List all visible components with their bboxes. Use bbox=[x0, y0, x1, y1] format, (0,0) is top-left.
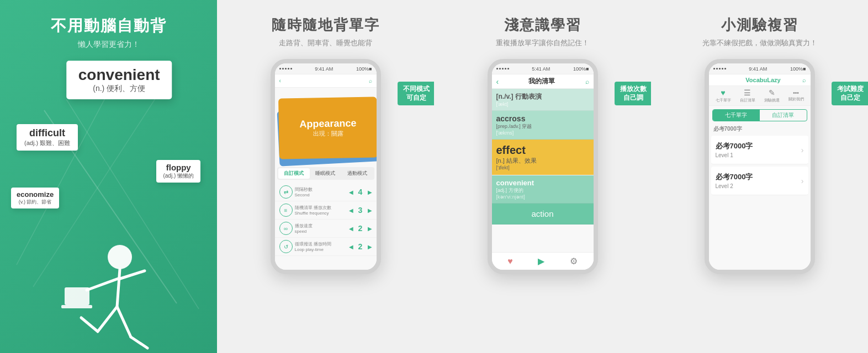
phone-2: 9:41 AM 100%■ ‹ ⌕ Baseline 基礎：近難 Ap bbox=[271, 59, 381, 274]
ctrl-dec-4[interactable]: ◀ bbox=[349, 244, 353, 250]
panel-1-title: 不用動腦自動背 bbox=[51, 15, 167, 36]
ctrl-icon-4: ↺ bbox=[279, 240, 293, 253]
ctrl-row-4: ↺ 循環撥送 播放時間 Loop play-time ◀ 2 ▶ bbox=[275, 238, 377, 256]
back-icon[interactable]: ‹ bbox=[279, 78, 281, 84]
phone-3-statusbar: 5:41 AM 100%■ bbox=[492, 63, 594, 74]
ctrl-dec-1[interactable]: ◀ bbox=[349, 189, 353, 195]
search-icon-p4[interactable]: ⌕ bbox=[802, 77, 806, 83]
ctrl-num-1: ◀ 4 ▶ bbox=[349, 188, 372, 196]
ctrl-row-2: ≡ 隨機清單 播放次數 Shuffle frequency ◀ 3 ▶ bbox=[275, 201, 377, 220]
seg-tabs: 七千單字 自訂清單 bbox=[712, 109, 807, 121]
mode-tabs: 自訂模式 睡眠模式 過動模式 bbox=[277, 167, 374, 180]
section-label: 必考7000字 bbox=[709, 124, 811, 135]
panel-2-subtitle: 走路背、開車背、睡覺也能背 bbox=[279, 38, 372, 48]
nav-test[interactable]: ✎ 測驗挑選 bbox=[764, 88, 780, 103]
nav-custom-list[interactable]: ☰ 自訂清單 bbox=[740, 88, 755, 103]
tab-custom[interactable]: 自訂模式 bbox=[278, 168, 310, 179]
card-stack: Baseline 基礎：近難 Appearance 出現：關露 bbox=[278, 92, 373, 164]
svg-point-4 bbox=[108, 245, 132, 269]
card-yellow: Appearance 出現：關露 bbox=[278, 97, 377, 159]
list-item-4: convenient [adj.] 方便的 [kən'viːnjənt] bbox=[492, 175, 594, 204]
svg-line-10 bbox=[117, 307, 131, 337]
word-card-floppy: floppy (adj.) 懶懶的 bbox=[156, 160, 200, 183]
heart-icon[interactable]: ♥ bbox=[507, 256, 513, 266]
phone-4: 9:41 AM 100%■ VocabuLazy ⌕ ♥ 七千單字 bbox=[705, 59, 815, 274]
tab-active[interactable]: 過動模式 bbox=[341, 168, 373, 179]
ctrl-icon-3: ∞ bbox=[279, 222, 293, 235]
panel-2-badge: 不同模式 可自定 bbox=[398, 82, 434, 105]
phone-4-nav-icons: ♥ 七千單字 ☰ 自訂清單 ✎ 測驗挑選 ••• 關於我們 bbox=[709, 86, 811, 106]
phone-4-statusbar: 9:41 AM 100%■ bbox=[709, 63, 811, 74]
ctrl-icon-2: ≡ bbox=[279, 204, 293, 217]
phone-4-header: VocabuLazy ⌕ bbox=[709, 74, 811, 86]
panel-3-badge: 播放次數 自己調 bbox=[615, 82, 651, 105]
ctrl-row-1: ⇄ 間隔秒數 Second ◀ 4 ▶ bbox=[275, 183, 377, 201]
panel-2: 隨時隨地背單字 走路背、開車背、睡覺也能背 不同模式 可自定 9:41 AM 1… bbox=[217, 0, 434, 353]
list-item-3: effect [n.] 結果、效果 ['ɪfekt] bbox=[492, 140, 594, 175]
ctrl-dec-2[interactable]: ◀ bbox=[349, 207, 353, 213]
word-en-floppy: floppy bbox=[163, 163, 194, 172]
panel-4: 小測驗複習 光靠不練假把戲，做做測驗真實力！ 考試難度 自己定 9:41 AM … bbox=[651, 0, 868, 353]
panel-1: 不用動腦自動背 懶人學習更省力！ convenient (n.) 便利、方便 d… bbox=[0, 0, 217, 353]
word-zh-difficult: (adj.) 艱難、困難 bbox=[24, 139, 70, 147]
stick-figure bbox=[54, 229, 164, 353]
panel-2-title: 隨時隨地背單字 bbox=[272, 15, 380, 35]
svg-line-9 bbox=[81, 318, 98, 331]
ctrl-num-2: ◀ 3 ▶ bbox=[349, 206, 372, 215]
svg-rect-12 bbox=[65, 287, 89, 305]
seg-tab-seven[interactable]: 七千單字 bbox=[713, 110, 760, 121]
phone-2-nav: ‹ ⌕ bbox=[275, 74, 377, 88]
svg-line-8 bbox=[98, 307, 117, 331]
panel-3: 淺意識學習 重複播放單字讓你自然記住！ 播放次數 自己調 5:41 AM 100… bbox=[434, 0, 651, 353]
svg-rect-13 bbox=[61, 305, 92, 308]
ctrl-inc-1[interactable]: ▶ bbox=[368, 189, 372, 195]
list-item-1: [n./v.] 行動表演 ['ækt] bbox=[492, 89, 594, 111]
chevron-icon-2: › bbox=[801, 176, 804, 185]
phone-3-bottom-bar: ♥ ▶ ⚙ bbox=[492, 252, 594, 270]
phone-3-header: ‹ 我的清單 ⌕ bbox=[492, 74, 594, 89]
ctrl-num-4: ◀ 2 ▶ bbox=[349, 242, 372, 251]
list-item-5: action bbox=[492, 204, 594, 224]
search-icon-p2[interactable]: ⌕ bbox=[369, 78, 372, 84]
ctrl-dec-3[interactable]: ◀ bbox=[349, 226, 353, 232]
svg-line-7 bbox=[119, 271, 145, 279]
chevron-icon-1: › bbox=[801, 146, 804, 154]
ctrl-row-3: ∞ 播放速度 speed ◀ 2 ▶ bbox=[275, 220, 377, 238]
settings-icon[interactable]: ⚙ bbox=[570, 256, 578, 266]
panel-1-subtitle: 懶人學習更省力！ bbox=[78, 40, 140, 50]
panel-4-title: 小測驗複習 bbox=[721, 15, 798, 35]
word-en-economize: economize bbox=[17, 190, 54, 199]
ctrl-inc-2[interactable]: ▶ bbox=[368, 207, 372, 213]
phone-2-statusbar: 9:41 AM 100%■ bbox=[275, 63, 377, 74]
word-en-convenient: convenient bbox=[78, 66, 160, 84]
panel-4-subtitle: 光靠不練假把戲，做做測驗真實力！ bbox=[702, 38, 817, 48]
list-row-1[interactable]: 必考7000字 Level 1 › bbox=[711, 136, 808, 164]
svg-line-5 bbox=[117, 269, 120, 307]
ctrl-inc-4[interactable]: ▶ bbox=[368, 244, 372, 250]
panel-3-subtitle: 重複播放單字讓你自然記住！ bbox=[496, 38, 589, 48]
ctrl-inc-3[interactable]: ▶ bbox=[368, 226, 372, 232]
word-card-difficult: difficult (adj.) 艱難、困難 bbox=[17, 124, 78, 151]
word-zh-floppy: (adj.) 懶懶的 bbox=[163, 172, 194, 180]
word-zh-economize: (v.) 節約、節省 bbox=[17, 199, 54, 206]
panel-4-badge: 考試難度 自己定 bbox=[832, 82, 868, 105]
list-row-2[interactable]: 必考7000字 Level 2 › bbox=[711, 167, 808, 195]
word-card-convenient: convenient (n.) 便利、方便 bbox=[66, 61, 172, 99]
search-icon-p3[interactable]: ⌕ bbox=[585, 78, 589, 85]
list-item-2: accross [prep./adv.] 穿越 ['ækrns] bbox=[492, 111, 594, 140]
nav-about[interactable]: ••• 關於我們 bbox=[788, 90, 804, 102]
panel-3-title: 淺意識學習 bbox=[504, 15, 581, 35]
word-card-economize: economize (v.) 節約、節省 bbox=[11, 188, 59, 208]
seg-tab-custom[interactable]: 自訂清單 bbox=[760, 110, 807, 121]
phone-3: 5:41 AM 100%■ ‹ 我的清單 ⌕ [n./v.] 行動表演 ['æk… bbox=[488, 59, 598, 274]
play-icon[interactable]: ▶ bbox=[538, 256, 544, 266]
svg-line-11 bbox=[131, 337, 147, 348]
svg-line-6 bbox=[87, 278, 120, 290]
tab-sleep[interactable]: 睡眠模式 bbox=[310, 168, 341, 179]
ctrl-num-3: ◀ 2 ▶ bbox=[349, 224, 372, 233]
word-zh-convenient: (n.) 便利、方便 bbox=[78, 84, 160, 94]
ctrl-icon-1: ⇄ bbox=[279, 185, 293, 199]
nav-seven-words[interactable]: ♥ 七千單字 bbox=[716, 88, 731, 103]
word-en-difficult: difficult bbox=[24, 127, 70, 139]
